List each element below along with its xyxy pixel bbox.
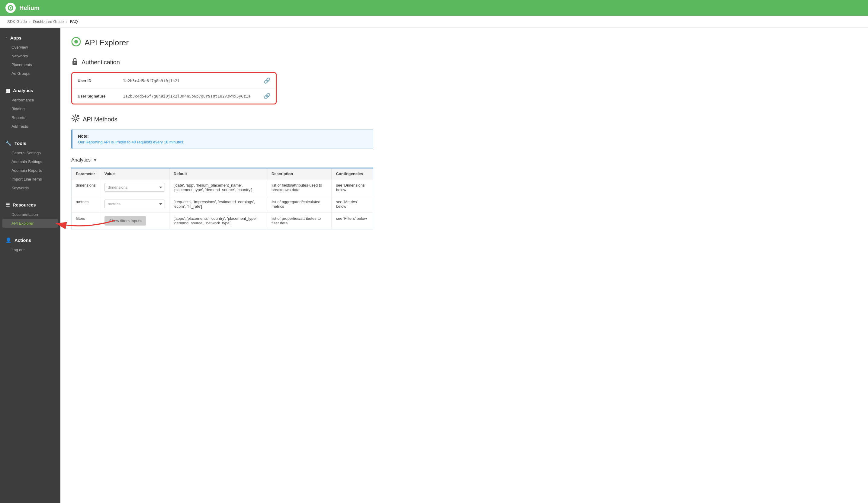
dimensions-select[interactable]: dimensions <box>104 183 165 192</box>
sidebar-section-analytics: ▦ Analytics Performance Bidding Reports … <box>0 80 60 133</box>
param-metrics: metrics <box>72 196 100 212</box>
page-title: API Explorer <box>85 38 129 48</box>
sidebar-item-adomain-settings[interactable]: Adomain Settings <box>0 157 60 166</box>
sidebar-apps-header[interactable]: ▫ Apps <box>0 33 60 43</box>
api-methods-section-header: API Methods <box>71 114 857 124</box>
col-parameter: Parameter <box>72 168 100 179</box>
sidebar-item-performance[interactable]: Performance <box>0 96 60 104</box>
breadcrumb-sdk-guide[interactable]: SDK Guide <box>7 19 27 24</box>
svg-point-8 <box>77 115 79 117</box>
cont-dimensions: see 'Dimensions' below <box>332 179 373 196</box>
param-filters: filters <box>72 212 100 229</box>
gear-icon <box>71 114 80 124</box>
svg-point-4 <box>74 40 78 43</box>
sidebar-resources-header[interactable]: ☰ Resources <box>0 200 60 210</box>
sidebar-item-adomain-reports[interactable]: Adomain Reports <box>0 166 60 175</box>
analytics-dropdown-label: Analytics <box>71 157 91 163</box>
user-sig-link-icon[interactable]: 🔗 <box>264 93 270 99</box>
sidebar-analytics-label: Analytics <box>13 88 33 93</box>
sidebar-analytics-header[interactable]: ▦ Analytics <box>0 85 60 96</box>
sidebar-item-overview[interactable]: Overview <box>0 43 60 52</box>
auth-card: User ID 1a2b3c4d5e6f7g8h9i0j1k2l 🔗 User … <box>71 72 277 104</box>
user-sig-value: 1a2b3c4d5e6f7g8h9i0j1k2l3m4n5o6p7q8r9s0t… <box>123 94 264 98</box>
table-row: metrics metrics ['requests', 'impression… <box>72 196 373 212</box>
chart-icon: ▦ <box>6 87 10 93</box>
logo-icon <box>7 4 14 11</box>
api-explorer-icon <box>71 37 81 49</box>
sidebar-tools-header[interactable]: 🔧 Tools <box>0 138 60 148</box>
param-dimensions: dimensions <box>72 179 100 196</box>
value-metrics: metrics <box>100 196 169 212</box>
sidebar-section-tools: 🔧 Tools General Settings Adomain Setting… <box>0 133 60 195</box>
desc-metrics: list of aggregated/calculated metrics <box>267 196 332 212</box>
sidebar-item-bidding[interactable]: Bidding <box>0 104 60 113</box>
cont-metrics: see 'Metrics' below <box>332 196 373 212</box>
default-dimensions: ['date', 'app', 'helium_placement_name',… <box>169 179 267 196</box>
params-table: Parameter Value Default Description Cont… <box>71 168 373 229</box>
col-default: Default <box>169 168 267 179</box>
svg-point-6 <box>74 62 75 63</box>
sidebar-item-placements[interactable]: Placements <box>0 60 60 69</box>
sidebar: ▫ Apps Overview Networks Placements Ad G… <box>0 28 60 503</box>
auth-user-sig-row: User Signature 1a2b3c4d5e6f7g8h9i0j1k2l3… <box>72 88 276 104</box>
breadcrumb-dashboard-guide[interactable]: Dashboard Guide <box>33 19 64 24</box>
analytics-dropdown[interactable]: Analytics ▼ <box>71 157 857 163</box>
note-box: Note: Our Reporting API is limited to 40… <box>71 129 373 149</box>
sidebar-section-actions: 👤 Actions Log out <box>0 230 60 256</box>
sidebar-tools-label: Tools <box>14 141 26 146</box>
table-row: filters Show filters Inputs ['apps', 'pl… <box>72 212 373 229</box>
sidebar-item-general-settings[interactable]: General Settings <box>0 148 60 157</box>
api-methods-title: API Methods <box>83 116 117 123</box>
breadcrumb: SDK Guide › Dashboard Guide › FAQ <box>0 16 868 28</box>
default-metrics: ['requests', 'impressions', 'estimated_e… <box>169 196 267 212</box>
sidebar-item-adgroups[interactable]: Ad Groups <box>0 69 60 78</box>
wrench-icon: 🔧 <box>6 140 11 146</box>
desc-filters: list of properties/attributes to filter … <box>267 212 332 229</box>
note-title: Note: <box>78 134 368 139</box>
sidebar-apps-label: Apps <box>10 35 22 41</box>
lock-icon <box>71 57 79 67</box>
user-sig-label: User Signature <box>78 94 123 98</box>
sidebar-item-api-explorer[interactable]: API Explorer <box>2 219 58 228</box>
sidebar-item-keywords[interactable]: Keywords <box>0 184 60 192</box>
breadcrumb-current: FAQ <box>70 19 78 24</box>
desc-dimensions: list of fields/attributes used to breakd… <box>267 179 332 196</box>
chevron-down-icon: ▼ <box>93 158 97 163</box>
sidebar-actions-header[interactable]: 👤 Actions <box>0 235 60 245</box>
breadcrumb-sep-2: › <box>66 19 68 24</box>
sidebar-item-import-line-items[interactable]: Import Line Items <box>0 175 60 184</box>
show-filters-button[interactable]: Show filters Inputs <box>104 216 146 226</box>
svg-point-2 <box>10 7 11 9</box>
main-layout: ▫ Apps Overview Networks Placements Ad G… <box>0 28 868 503</box>
auth-section-title: Authentication <box>82 59 120 66</box>
sidebar-item-networks[interactable]: Networks <box>0 52 60 60</box>
breadcrumb-sep-1: › <box>29 19 31 24</box>
sidebar-actions-label: Actions <box>14 238 31 243</box>
app-title: Helium <box>19 4 40 11</box>
user-id-value: 1a2b3c4d5e6f7g8h9i0j1k2l <box>123 78 264 83</box>
value-dimensions: dimensions <box>100 179 169 196</box>
topbar: Helium <box>0 0 868 16</box>
col-value: Value <box>100 168 169 179</box>
sidebar-section-apps: ▫ Apps Overview Networks Placements Ad G… <box>0 28 60 80</box>
note-text: Our Reporting API is limited to 40 reque… <box>78 140 368 144</box>
sidebar-section-resources: ☰ Resources Documentation API Explorer <box>0 195 60 230</box>
col-description: Description <box>267 168 332 179</box>
sidebar-item-abtests[interactable]: A/B Tests <box>0 122 60 131</box>
col-contingencies: Contingencies <box>332 168 373 179</box>
cont-filters: see 'Filters' below <box>332 212 373 229</box>
sidebar-item-logout[interactable]: Log out <box>0 245 60 254</box>
sidebar-resources-label: Resources <box>13 202 36 207</box>
user-id-link-icon[interactable]: 🔗 <box>264 77 270 84</box>
list-icon: ☰ <box>6 202 10 208</box>
logo <box>6 3 16 13</box>
sidebar-item-reports[interactable]: Reports <box>0 113 60 122</box>
metrics-select[interactable]: metrics <box>104 200 165 208</box>
phone-icon: ▫ <box>6 35 7 41</box>
sidebar-item-documentation[interactable]: Documentation <box>0 210 60 219</box>
content-area: API Explorer Authentication User ID 1a2b… <box>60 28 868 503</box>
page-title-row: API Explorer <box>71 37 857 49</box>
user-id-label: User ID <box>78 78 123 83</box>
table-row: dimensions dimensions ['date', 'app', 'h… <box>72 179 373 196</box>
auth-section-header: Authentication <box>71 57 857 67</box>
